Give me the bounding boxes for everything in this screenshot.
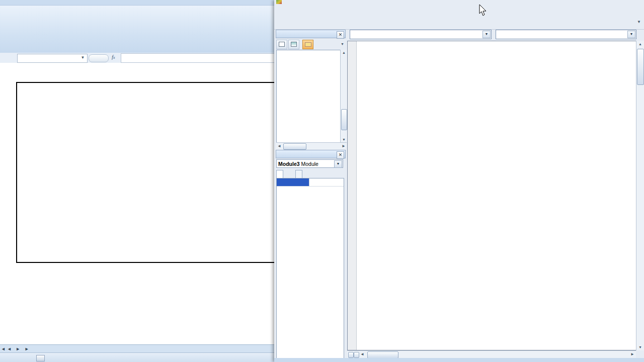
- formula-input[interactable]: [121, 53, 277, 63]
- dropdown-icon[interactable]: ▼: [627, 31, 635, 38]
- object-name: Module3: [278, 161, 300, 167]
- properties-tab-alphabetic[interactable]: [276, 170, 283, 178]
- scroll-up-icon[interactable]: ▲: [636, 42, 644, 46]
- sheet-tab-bar: ◄◄ ► ►: [0, 344, 274, 353]
- vbe-app-icon: [276, 0, 282, 4]
- properties-close-icon[interactable]: ✕: [337, 151, 344, 159]
- split-button[interactable]: [348, 352, 354, 358]
- scroll-down-icon[interactable]: ▼: [341, 138, 347, 141]
- properties-grid[interactable]: [276, 178, 344, 360]
- property-row[interactable]: [277, 178, 344, 187]
- excel-window: ▼ fx ◄◄ ► ►: [0, 0, 274, 362]
- object-type: Module: [301, 161, 318, 167]
- insert-function-button[interactable]: [89, 54, 109, 62]
- vbe-window: ▼ ✕ ▼ ▲ ▼ ◄ ► ✕ Module3: [274, 0, 644, 362]
- scroll-left-icon[interactable]: ◄: [360, 352, 364, 356]
- procedure-dropdown[interactable]: ▼: [496, 30, 636, 39]
- worksheet-grid[interactable]: [0, 63, 274, 344]
- scroll-right-icon[interactable]: ►: [630, 352, 634, 356]
- vbe-bottom-edge: [274, 358, 644, 362]
- scroll-thumb[interactable]: [283, 143, 306, 150]
- dropdown-icon[interactable]: ▼: [482, 31, 491, 38]
- scroll-left-icon[interactable]: ◄: [277, 144, 281, 148]
- code-hscrollbar[interactable]: ◄ ►: [347, 350, 636, 358]
- object-dropdown[interactable]: ▼: [350, 30, 492, 39]
- code-editor[interactable]: [347, 41, 636, 350]
- project-toolbar-options-icon[interactable]: ▼: [341, 42, 344, 46]
- scroll-down-icon[interactable]: ▼: [636, 345, 644, 349]
- vbe-menu-bar: [274, 0, 644, 7]
- split-button[interactable]: [354, 352, 359, 358]
- fx-icon[interactable]: fx: [112, 54, 115, 60]
- project-panel-titlebar[interactable]: ✕: [276, 30, 346, 38]
- vbe-toolbar: ▼: [274, 17, 644, 30]
- project-toolbar: ▼: [276, 39, 345, 50]
- dropdown-icon[interactable]: ▼: [334, 160, 342, 168]
- code-vscrollbar[interactable]: ▲ ▼: [636, 41, 644, 350]
- project-close-icon[interactable]: ✕: [337, 31, 344, 39]
- properties-panel-titlebar[interactable]: ✕: [276, 150, 346, 158]
- ribbon-developer: [0, 6, 274, 53]
- view-code-button[interactable]: [276, 40, 287, 49]
- code-margin: [348, 41, 357, 350]
- macro-record-icon[interactable]: [36, 355, 45, 361]
- property-key[interactable]: [277, 178, 309, 186]
- scroll-up-icon[interactable]: ▲: [341, 51, 347, 54]
- scroll-thumb[interactable]: [637, 49, 644, 85]
- properties-object-selector[interactable]: Module3 Module ▼: [276, 159, 343, 168]
- name-box[interactable]: [17, 54, 88, 63]
- screen: ▼ fx ◄◄ ► ► ▼ ✕: [0, 0, 644, 362]
- project-tree[interactable]: [276, 50, 341, 143]
- excel-status-bar: [0, 352, 274, 362]
- sheet-nav-buttons[interactable]: ◄◄ ► ►: [1, 345, 31, 353]
- scroll-right-icon[interactable]: ►: [342, 144, 346, 148]
- formula-bar-row: ▼ fx: [0, 53, 274, 63]
- toolbar-options-icon[interactable]: ▼: [637, 20, 641, 24]
- name-box-dropdown-icon[interactable]: ▼: [79, 54, 86, 62]
- project-tree-hscrollbar[interactable]: ◄ ►: [276, 142, 347, 150]
- toggle-folders-button[interactable]: [302, 40, 313, 49]
- property-value[interactable]: [309, 178, 344, 186]
- scroll-thumb[interactable]: [341, 109, 347, 130]
- view-object-button[interactable]: [288, 40, 299, 49]
- properties-tab-categorized[interactable]: [295, 170, 302, 178]
- ribbon-tab-strip: [0, 0, 274, 6]
- scroll-thumb[interactable]: [367, 351, 398, 358]
- project-tree-vscrollbar[interactable]: ▲ ▼: [340, 50, 347, 142]
